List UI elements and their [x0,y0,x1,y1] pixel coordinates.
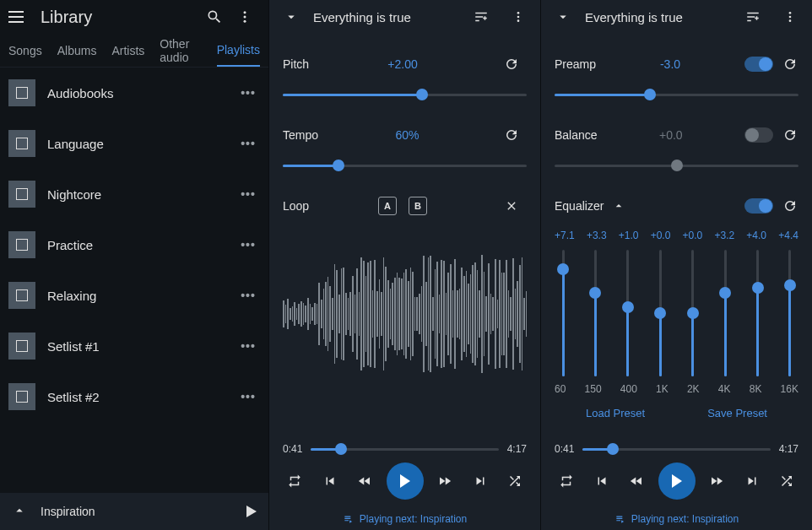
playlist-more-icon[interactable]: ••• [236,187,260,201]
now-playing-bar[interactable]: Inspiration [0,493,268,530]
playlist-list: Audiobooks•••Language•••Nightcore•••Prac… [0,68,268,530]
track-title: Everything is true [585,10,731,24]
eq-sliders [555,250,798,376]
playlist-more-icon[interactable]: ••• [236,86,260,100]
svg-point-8 [789,19,792,22]
eq-band-slider[interactable] [750,250,766,376]
chevron-up-icon[interactable] [12,503,27,521]
now-playing-title: Inspiration [41,505,233,518]
eq-band-slider[interactable] [587,250,604,376]
rewind-icon[interactable] [623,468,650,495]
playlist-name: Practice [47,238,225,252]
loop-a-button[interactable]: A [378,197,397,215]
equalizer-toggle[interactable] [744,198,773,214]
next-icon[interactable] [739,468,766,495]
playlist-more-icon[interactable]: ••• [236,339,260,353]
repeat-icon[interactable] [281,468,308,495]
playlist-name: Audiobooks [47,86,225,100]
playlist-name: Language [47,137,225,151]
play-icon[interactable] [246,506,257,517]
tune-icon[interactable] [738,2,768,32]
search-icon[interactable] [199,2,230,32]
playlist-more-icon[interactable]: ••• [236,289,260,302]
playlist-name: Setlist #2 [47,390,225,404]
eq-band-slider[interactable] [717,250,734,376]
playlist-item[interactable]: Language••• [0,118,268,169]
eq-gain-value: +0.0 [651,230,671,241]
forward-icon[interactable] [703,468,730,495]
playlist-more-icon[interactable]: ••• [236,390,260,403]
seek-slider[interactable] [311,441,498,457]
play-button[interactable] [658,462,696,500]
repeat-icon[interactable] [553,468,580,495]
play-button[interactable] [387,462,424,500]
pitch-slider[interactable] [283,84,527,105]
eq-band-slider[interactable] [685,250,701,376]
playlist-item[interactable]: Practice••• [0,219,268,270]
save-preset-button[interactable]: Save Preset [707,407,767,419]
load-preset-button[interactable]: Load Preset [586,407,645,419]
svg-point-0 [244,11,246,14]
svg-point-3 [517,12,520,14]
svg-point-6 [789,12,792,14]
eq-band-slider[interactable] [620,250,636,376]
preamp-toggle[interactable] [744,57,773,72]
playlist-more-icon[interactable]: ••• [236,238,260,251]
seek-slider[interactable] [582,441,770,457]
next-icon[interactable] [467,468,494,495]
playlist-icon [8,333,35,360]
balance-slider[interactable] [555,155,798,176]
playlist-item[interactable]: Setlist #1••• [0,321,268,371]
rewind-icon[interactable] [351,468,378,495]
balance-toggle[interactable] [744,127,773,143]
playlist-more-icon[interactable]: ••• [236,137,260,150]
reset-icon[interactable] [496,49,527,79]
playing-next[interactable]: Playing next: Inspiration [269,505,540,530]
loop-b-button[interactable]: B [409,197,427,215]
waveform-display[interactable] [283,246,527,381]
more-icon[interactable] [230,2,260,32]
eq-freq-label: 150 [585,383,602,395]
more-icon[interactable] [775,2,805,32]
eq-gain-value: +3.2 [714,230,734,241]
menu-icon[interactable] [8,7,29,27]
eq-band-slider[interactable] [555,250,571,376]
chevron-up-icon[interactable] [610,191,627,221]
playlist-item[interactable]: Relaxing••• [0,270,268,321]
eq-band-slider[interactable] [652,250,669,376]
pitch-label: Pitch [283,57,309,71]
balance-label: Balance [555,128,598,142]
tab-other-audio[interactable]: Other audio [160,29,201,73]
previous-icon[interactable] [588,468,615,495]
reset-icon[interactable] [782,191,798,221]
shuffle-icon[interactable] [773,468,800,495]
tab-artists[interactable]: Artists [111,35,144,66]
previous-icon[interactable] [317,468,344,495]
preamp-slider[interactable] [555,84,798,105]
eq-band-slider[interactable] [782,250,798,376]
tune-icon[interactable] [466,2,496,32]
detail-panes: Everything is true Pitch +2.00 Tempo 60% [268,0,812,530]
tab-albums[interactable]: Albums [57,35,97,66]
more-icon[interactable] [503,2,533,32]
playlist-item[interactable]: Setlist #2••• [0,371,268,422]
tempo-label: Tempo [283,128,318,142]
playlist-item[interactable]: Nightcore••• [0,169,268,219]
reset-icon[interactable] [782,49,798,79]
close-icon[interactable] [496,191,527,221]
reset-icon[interactable] [496,120,527,150]
tab-playlists[interactable]: Playlists [217,35,260,67]
reset-icon[interactable] [782,120,798,150]
tab-songs[interactable]: Songs [8,35,42,66]
track-title: Everything is true [313,10,459,24]
playlist-item[interactable]: Audiobooks••• [0,68,268,118]
chevron-down-icon[interactable] [548,2,578,32]
shuffle-icon[interactable] [501,468,528,495]
playing-next[interactable]: Playing next: Inspiration [541,505,812,530]
time-current: 0:41 [283,443,302,455]
chevron-down-icon[interactable] [276,2,306,32]
balance-value: +0.0 [659,128,683,142]
forward-icon[interactable] [431,468,458,495]
tempo-slider[interactable] [283,155,527,176]
eq-freq-label: 4K [718,383,731,395]
